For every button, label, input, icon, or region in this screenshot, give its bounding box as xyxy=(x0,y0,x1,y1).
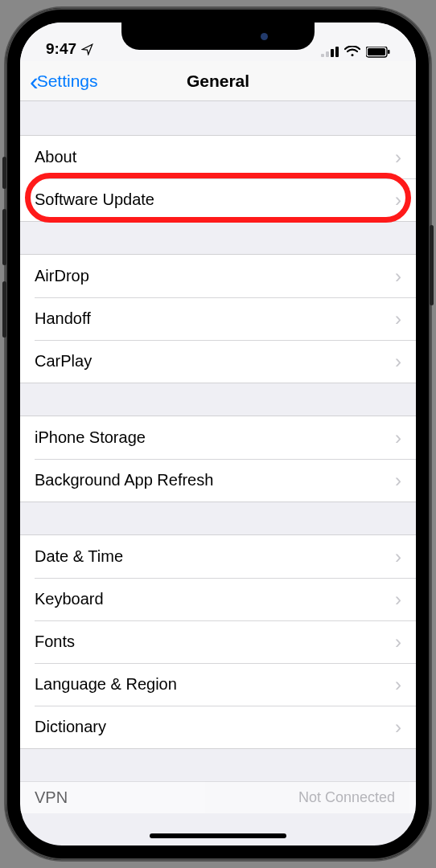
chevron-right-icon: › xyxy=(395,469,401,492)
chevron-right-icon: › xyxy=(395,716,401,739)
page-title: General xyxy=(187,72,249,91)
svg-rect-3 xyxy=(335,47,339,57)
svg-rect-6 xyxy=(388,50,390,54)
row-about[interactable]: About › xyxy=(20,136,416,178)
row-iphone-storage[interactable]: iPhone Storage › xyxy=(20,416,416,459)
chevron-right-icon: › xyxy=(395,546,401,568)
back-button[interactable]: ‹ Settings xyxy=(30,68,98,94)
screen: 9:47 xyxy=(20,23,416,845)
mute-switch xyxy=(2,157,6,189)
row-handoff[interactable]: Handoff › xyxy=(20,297,416,340)
row-dictionary[interactable]: Dictionary › xyxy=(20,706,416,748)
row-label: AirDrop xyxy=(35,267,395,285)
nav-bar: ‹ Settings General xyxy=(20,61,416,101)
battery-icon xyxy=(366,47,390,58)
row-date-time[interactable]: Date & Time › xyxy=(20,535,416,578)
section-spacer xyxy=(20,101,416,135)
chevron-right-icon: › xyxy=(395,265,401,288)
row-label: Handoff xyxy=(35,309,395,328)
section-spacer xyxy=(20,502,416,534)
row-label: Software Update xyxy=(35,190,395,209)
power-button xyxy=(430,225,434,305)
row-carplay[interactable]: CarPlay › xyxy=(20,340,416,383)
row-keyboard[interactable]: Keyboard › xyxy=(20,578,416,620)
settings-group-3: iPhone Storage › Background App Refresh … xyxy=(20,416,416,502)
row-label: Background App Refresh xyxy=(35,471,395,489)
svg-rect-1 xyxy=(326,51,329,57)
section-spacer xyxy=(20,749,416,781)
row-language-region[interactable]: Language & Region › xyxy=(20,663,416,706)
section-spacer xyxy=(20,222,416,254)
row-fonts[interactable]: Fonts › xyxy=(20,620,416,663)
settings-group-2: AirDrop › Handoff › CarPlay › xyxy=(20,254,416,383)
back-label: Settings xyxy=(37,72,98,91)
home-indicator[interactable] xyxy=(150,833,286,838)
chevron-right-icon: › xyxy=(395,189,401,211)
volume-up-button xyxy=(2,209,6,265)
row-label: VPN xyxy=(35,788,298,807)
settings-group-1: About › Software Update › xyxy=(20,135,416,222)
row-label: Dictionary xyxy=(35,718,395,736)
svg-rect-0 xyxy=(321,54,324,57)
svg-rect-2 xyxy=(331,49,334,57)
notch xyxy=(121,23,315,50)
chevron-right-icon: › xyxy=(395,427,401,449)
volume-down-button xyxy=(2,281,6,338)
status-time: 9:47 xyxy=(46,40,76,58)
chevron-right-icon: › xyxy=(395,588,401,611)
row-label: Fonts xyxy=(35,633,395,651)
chevron-right-icon: › xyxy=(395,308,401,330)
row-label: Date & Time xyxy=(35,547,395,566)
row-background-app-refresh[interactable]: Background App Refresh › xyxy=(20,459,416,502)
chevron-right-icon: › xyxy=(395,146,401,169)
chevron-right-icon: › xyxy=(395,350,401,373)
wifi-icon xyxy=(344,46,360,58)
row-label: About xyxy=(35,148,395,166)
settings-group-4: Date & Time › Keyboard › Fonts › Languag… xyxy=(20,534,416,749)
row-vpn[interactable]: VPN Not Connected xyxy=(20,781,416,813)
section-spacer xyxy=(20,383,416,416)
chevron-right-icon: › xyxy=(395,631,401,653)
row-label: CarPlay xyxy=(35,352,395,371)
svg-rect-5 xyxy=(368,48,385,55)
location-arrow-icon xyxy=(81,43,93,55)
cellular-signal-icon xyxy=(321,47,339,58)
phone-frame: 9:47 xyxy=(6,8,430,860)
chevron-right-icon: › xyxy=(395,674,401,696)
camera-dot xyxy=(261,33,268,40)
settings-content[interactable]: About › Software Update › AirDrop › Hand… xyxy=(20,101,416,845)
row-label: Language & Region xyxy=(35,675,395,694)
row-detail: Not Connected xyxy=(298,789,395,806)
row-label: iPhone Storage xyxy=(35,428,395,447)
row-label: Keyboard xyxy=(35,590,395,608)
row-software-update[interactable]: Software Update › xyxy=(20,178,416,221)
row-airdrop[interactable]: AirDrop › xyxy=(20,255,416,297)
